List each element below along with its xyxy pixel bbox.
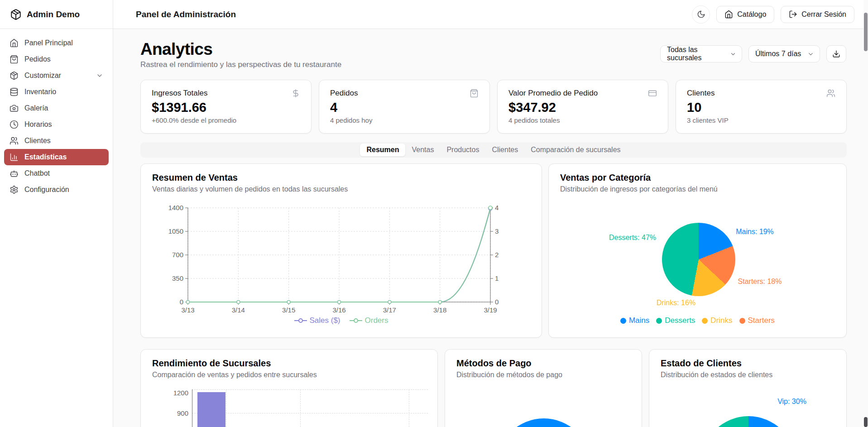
theme-toggle-button[interactable] <box>692 5 710 24</box>
chevron-down-icon <box>96 72 103 79</box>
chevron-down-icon <box>807 51 814 58</box>
scrollbar-bottom-thumb[interactable] <box>864 417 868 427</box>
period-select[interactable]: Últimos 7 días <box>748 45 820 62</box>
card-title: Métodos de Pago <box>456 358 532 369</box>
stat-subtext: 4 pedidos hoy <box>330 116 479 124</box>
sales-line-chart: 035070010501400012343/133/143/153/163/17… <box>141 164 542 338</box>
legend-dot <box>739 318 745 324</box>
stat-value: 10 <box>687 100 835 115</box>
sidebar-item-estadisticas[interactable]: Estadísticas <box>4 149 109 165</box>
bar-ytick-900: 900 <box>160 409 188 417</box>
legend-label: Mains <box>629 316 649 325</box>
stat-label: Pedidos <box>330 89 358 98</box>
card-subtitle: Distribución de métodos de pago <box>456 371 562 379</box>
card-subtitle: Distribución de estados de clientes <box>661 371 772 379</box>
moon-icon <box>697 10 705 19</box>
card-subtitle: Distribución de ingresos por categorías … <box>560 185 718 193</box>
pie-label-drinks: Drinks: 16% <box>642 299 710 307</box>
customer-status-card: Estado de Clientes Distribución de estad… <box>649 349 847 427</box>
svg-text:3/14: 3/14 <box>232 306 245 314</box>
svg-text:350: 350 <box>172 274 183 282</box>
sidebar-item-horarios[interactable]: Horarios <box>4 116 109 133</box>
svg-text:0: 0 <box>180 298 183 306</box>
dollar-icon <box>291 89 300 98</box>
analytics-tabbar: Resumen Ventas Productos Clientes Compar… <box>140 142 847 158</box>
sidebar-item-label: Customizar <box>24 72 61 80</box>
header-actions: Catálogo Cerrar Sesión <box>692 5 854 24</box>
tab-clientes[interactable]: Clientes <box>485 144 524 156</box>
sidebar-item-label: Inventario <box>24 88 56 96</box>
card-subtitle: Comparación de ventas y pedidos entre su… <box>152 371 317 379</box>
tab-comparacion[interactable]: Comparación de sucursales <box>524 144 627 156</box>
bar-y-axis <box>192 389 192 427</box>
app-window: Admin Demo Panel Principal Pedidos Custo… <box>0 0 868 427</box>
svg-text:3/19: 3/19 <box>484 306 497 314</box>
sidebar-item-panel-principal[interactable]: Panel Principal <box>4 35 109 51</box>
sidebar-nav: Panel Principal Pedidos Customizar Inven… <box>0 29 113 198</box>
stat-value: 4 <box>330 100 479 115</box>
card-title: Ventas por Categoría <box>560 173 651 183</box>
tab-ventas[interactable]: Ventas <box>405 144 440 156</box>
line-marker-icon <box>350 318 362 323</box>
tab-resumen[interactable]: Resumen <box>360 144 405 156</box>
bar-chart-icon <box>10 153 19 162</box>
pie-label-vip: Vip: 30% <box>760 398 824 406</box>
catalog-button[interactable]: Catálogo <box>716 6 774 23</box>
sidebar-item-chatbot[interactable]: Chatbot <box>4 165 109 182</box>
scrollbar-thumb[interactable] <box>864 13 868 51</box>
download-button[interactable] <box>826 45 846 62</box>
stats-row: Ingresos Totales $1391.66 +600.0% desde … <box>140 80 847 134</box>
bar-ytick-1200: 1200 <box>160 389 188 397</box>
sidebar-item-inventario[interactable]: Inventario <box>4 84 109 100</box>
branch-bar <box>197 392 225 427</box>
legend-item-desserts: Desserts <box>656 316 695 325</box>
legend-dot <box>702 318 708 324</box>
stat-subtext: 4 pedidos totales <box>508 116 657 124</box>
payment-pie-chart <box>497 418 591 427</box>
sidebar-item-galeria[interactable]: Galería <box>4 100 109 116</box>
sidebar-item-label: Galería <box>24 104 48 112</box>
gridline <box>192 389 428 390</box>
database-icon <box>10 87 19 96</box>
header-title: Panel de Administración <box>136 10 236 19</box>
sidebar-item-clientes[interactable]: Clientes <box>4 133 109 149</box>
sidebar-item-customizar[interactable]: Customizar <box>4 67 109 84</box>
svg-text:3/17: 3/17 <box>383 306 396 314</box>
sidebar-item-label: Estadísticas <box>24 153 67 161</box>
home-icon <box>10 38 19 48</box>
branch-select[interactable]: Todas las sucursales <box>660 45 742 62</box>
stat-subtext: 3 clientes VIP <box>687 116 835 124</box>
tab-productos[interactable]: Productos <box>440 144 485 156</box>
legend-label: Starters <box>748 316 775 325</box>
svg-text:3: 3 <box>495 227 499 235</box>
gear-icon <box>10 185 19 194</box>
payment-methods-card: Métodos de Pago Distribución de métodos … <box>445 349 642 427</box>
pie-label-mains: Mains: 19% <box>721 228 789 236</box>
clock-icon <box>10 120 19 129</box>
stat-value: $347.92 <box>508 100 657 115</box>
line-chart-legend: Sales ($) Orders <box>141 316 542 325</box>
category-sales-card: Ventas por Categoría Distribución de ing… <box>548 163 847 338</box>
branch-performance-card: Rendimiento de Sucursales Comparación de… <box>140 349 438 427</box>
gridline <box>300 389 301 427</box>
users-icon <box>826 89 835 98</box>
stat-subtext: +600.0% desde el promedio <box>152 116 300 124</box>
sidebar-item-configuracion[interactable]: Configuración <box>4 182 109 198</box>
sidebar-item-pedidos[interactable]: Pedidos <box>4 51 109 67</box>
bot-icon <box>10 169 19 178</box>
stat-label: Clientes <box>687 89 715 98</box>
sidebar-item-label: Panel Principal <box>24 39 73 47</box>
logout-button[interactable]: Cerrar Sesión <box>781 6 854 23</box>
legend-item-orders: Orders <box>350 316 388 325</box>
card-title: Rendimiento de Sucursales <box>152 358 271 369</box>
stat-value: $1391.66 <box>152 100 300 115</box>
stat-card-ingresos: Ingresos Totales $1391.66 +600.0% desde … <box>140 80 312 134</box>
customer-pie-chart <box>701 416 796 427</box>
stat-card-clientes: Clientes 10 3 clientes VIP <box>676 80 847 134</box>
shopping-bag-icon <box>10 55 19 64</box>
logout-icon <box>789 10 797 19</box>
legend-label: Desserts <box>665 316 695 325</box>
svg-text:0: 0 <box>495 298 499 306</box>
pie-label-desserts: Desserts: 47% <box>599 234 667 242</box>
legend-label: Orders <box>365 316 388 325</box>
